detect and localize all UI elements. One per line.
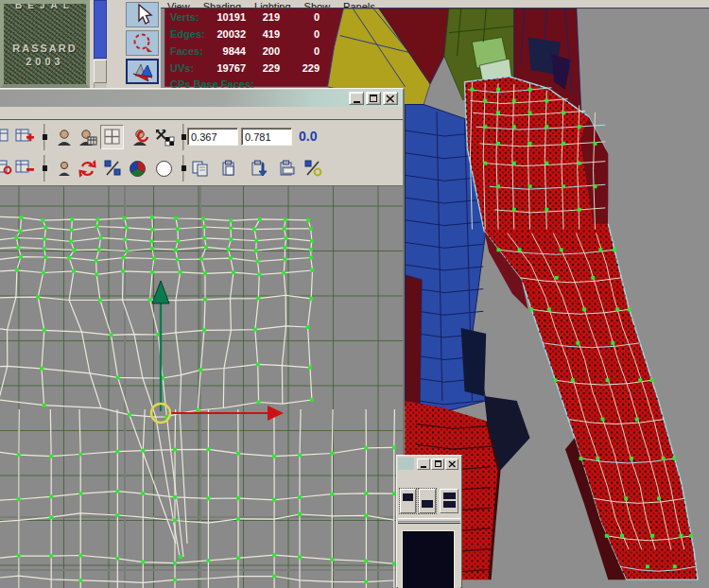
uv-mesh-graphic	[0, 186, 403, 588]
select-tool-icon	[127, 3, 158, 26]
hud-poly-count: Verts:10191 2190 Edges:20032 4190 Faces:…	[170, 10, 331, 89]
toolbar-separator[interactable]	[182, 124, 184, 150]
uv-texture-editor-window: 0.0	[0, 88, 405, 588]
face-button[interactable]	[52, 125, 76, 149]
utility-minimize-button[interactable]	[417, 458, 430, 470]
utility-maximize-button[interactable]	[431, 458, 444, 470]
toolbox	[109, 0, 161, 88]
paste-arrow-icon	[250, 160, 268, 178]
lasso-tool-icon	[127, 31, 158, 55]
utility-divider	[398, 518, 460, 522]
texture-image-panel: BEJAL RASSARD 2003	[0, 0, 90, 88]
uv-editor-menu-strip	[0, 107, 403, 119]
texture-text-top: BEJAL	[4, 0, 86, 10]
grid-window-button[interactable]	[100, 125, 124, 149]
uv-value-label: 0.0	[299, 129, 317, 144]
toolbar-row-1: 0.0	[0, 122, 403, 153]
uv-mesh-canvas[interactable]	[0, 185, 403, 588]
face-small-button[interactable]	[52, 156, 76, 181]
checker-swap-icon	[155, 129, 176, 147]
grid-window-icon	[104, 129, 121, 146]
grid-minus-icon	[15, 160, 34, 177]
hud-row: UVs:19767 229229	[170, 61, 331, 78]
menu-view[interactable]: View	[167, 1, 190, 9]
utility-content-panel	[398, 523, 460, 588]
close-button[interactable]	[383, 92, 398, 105]
white-circle-icon	[155, 160, 173, 178]
swatch-button-1[interactable]	[400, 489, 416, 513]
toolbar-separator[interactable]	[43, 124, 45, 150]
uv-editor-title-bar[interactable]	[0, 90, 403, 107]
face-small-icon	[57, 160, 72, 177]
face-grid-icon	[78, 129, 98, 147]
menu-lighting[interactable]: Lighting	[254, 1, 291, 9]
toolbar-row-2	[0, 153, 403, 184]
paste-arrow-button[interactable]	[247, 156, 270, 181]
grid-plus-button[interactable]	[12, 125, 36, 149]
close-icon	[448, 460, 457, 468]
vertical-scrollbar[interactable]	[90, 0, 109, 88]
paste-icon	[220, 160, 238, 178]
refresh-button[interactable]	[76, 156, 99, 181]
title-strip	[398, 458, 414, 470]
utility-preview-area[interactable]	[403, 531, 454, 588]
percent-grid-icon	[104, 160, 122, 177]
paste-button[interactable]	[217, 156, 241, 181]
clipboard-icon	[278, 160, 297, 178]
rgb-circle-icon	[129, 160, 147, 178]
copy-icon	[191, 160, 210, 178]
menu-shading[interactable]: Shading	[203, 1, 241, 9]
maximize-icon	[370, 95, 377, 102]
uv-editor-toolbar: 0.0	[0, 119, 403, 185]
scrollbar-thumb[interactable]	[94, 0, 107, 59]
uv-v-coordinate-field[interactable]	[241, 128, 292, 146]
hud-row: Edges:20032 4190	[170, 27, 331, 44]
minimize-icon	[354, 101, 360, 103]
clipboard-button[interactable]	[275, 156, 299, 181]
close-icon	[386, 95, 395, 103]
utility-title-bar[interactable]	[398, 457, 460, 471]
select-tool-button[interactable]	[126, 2, 159, 27]
face-icon	[56, 129, 73, 147]
swatch-button-2[interactable]	[419, 489, 436, 513]
grid-plus-icon	[15, 129, 34, 146]
face-magnet-icon	[131, 129, 150, 147]
face-magnet-button[interactable]	[129, 125, 152, 149]
lasso-tool-button[interactable]	[126, 30, 159, 56]
face-grid-button[interactable]	[76, 125, 99, 149]
percent-circle-button[interactable]	[302, 156, 325, 181]
grid-minus-button[interactable]	[12, 156, 36, 181]
application-screen: ViewShadingLightingShowPanels Verts:1019…	[0, 0, 709, 588]
viewport-menu-bar: ViewShadingLightingShowPanels	[161, 0, 709, 9]
checker-swap-button[interactable]	[153, 125, 177, 149]
utility-toolbar	[398, 486, 460, 516]
minimize-button[interactable]	[349, 92, 364, 105]
toolbar-separator[interactable]	[43, 155, 45, 182]
swatch-button-3[interactable]	[440, 489, 458, 513]
white-circle-button[interactable]	[152, 156, 176, 181]
menu-show[interactable]: Show	[304, 1, 331, 9]
percent-grid-button[interactable]	[101, 156, 125, 181]
toolbar-separator[interactable]	[182, 155, 184, 182]
move-tool-icon	[128, 61, 157, 86]
copy-button[interactable]	[188, 156, 212, 181]
move-tool-button[interactable]	[126, 59, 159, 84]
utility-window	[396, 455, 462, 588]
rgb-circle-button[interactable]	[126, 156, 149, 181]
uv-u-coordinate-field[interactable]	[187, 128, 238, 146]
utility-close-button[interactable]	[445, 458, 458, 470]
percent-circle-icon	[304, 160, 323, 177]
refresh-icon	[78, 160, 96, 178]
hud-row: Faces:9844 2000	[170, 44, 331, 61]
hud-row: Verts:10191 2190	[170, 10, 331, 27]
menu-panels[interactable]: Panels	[343, 1, 375, 9]
grid-circle-icon	[0, 160, 12, 177]
grid-edge-icon	[0, 129, 11, 146]
scrollbar-button[interactable]	[94, 60, 107, 83]
texture-text-year: 2003	[4, 56, 86, 67]
texture-text-name: RASSARD	[4, 43, 86, 54]
maximize-button[interactable]	[366, 92, 381, 105]
minimize-icon	[421, 466, 426, 468]
maximize-icon	[435, 460, 441, 467]
